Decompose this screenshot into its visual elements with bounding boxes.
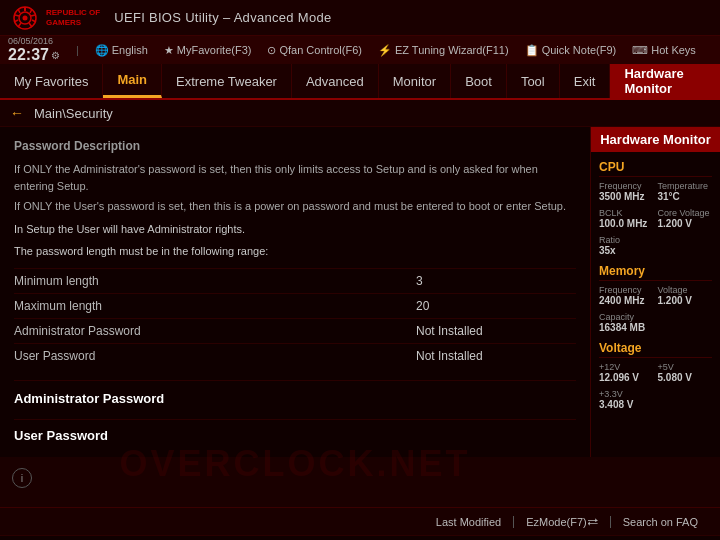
hw-mem-freq-label: Frequency — [599, 285, 654, 295]
hw-mem-volt-label: Voltage — [658, 285, 713, 295]
breadcrumb: ← Main\Security — [0, 100, 720, 127]
hw-mem-freq-value: 2400 MHz — [599, 295, 654, 306]
admin-pw-label-row: Administrator Password — [14, 324, 416, 338]
hw-capacity-container: Capacity 16384 MB — [599, 312, 712, 333]
hw-v33-value: 3.408 V — [599, 399, 712, 410]
hw-cpu-freq-value: 3500 MHz — [599, 191, 654, 202]
time-settings-icon[interactable]: ⚙ — [51, 50, 60, 61]
hw-cpu-freq-label: Frequency — [599, 181, 654, 191]
table-row-min-length: Minimum length 3 — [14, 268, 576, 293]
svg-line-7 — [18, 23, 21, 27]
rog-brand-text: REPUBLIC OFGAMERS — [46, 8, 100, 27]
rog-logo-icon — [10, 5, 40, 31]
hw-v5-label: +5V — [658, 362, 713, 372]
hw-mem-freq-volt: Frequency 2400 MHz Voltage 1.200 V — [599, 285, 712, 306]
hw-ratio-value: 35x — [599, 245, 712, 256]
svg-line-8 — [30, 9, 32, 13]
ez-mode-button[interactable]: EzMode(F7)⮂ — [514, 516, 611, 528]
hw-mem-volt-container: Voltage 1.200 V — [658, 285, 713, 306]
user-pw-title: User Password — [14, 428, 108, 443]
qfan-button[interactable]: ⊙ Qfan Control(F6) — [267, 44, 362, 57]
hw-cpu-temp-label: Temperature — [658, 181, 713, 191]
toolbar-div-1: | — [76, 44, 79, 56]
section-title: Password Description — [14, 139, 576, 153]
hw-v12-label: +12V — [599, 362, 654, 372]
ez-tuning-label: EZ Tuning Wizard(F11) — [395, 44, 509, 56]
user-password-section[interactable]: User Password — [14, 419, 576, 451]
nav-boot[interactable]: Boot — [451, 64, 507, 98]
hw-bclk-value: 100.0 MHz — [599, 218, 654, 229]
language-icon: 🌐 — [95, 44, 109, 57]
svg-line-5 — [15, 15, 19, 16]
nav-exit[interactable]: Exit — [560, 64, 611, 98]
hw-v12-v5: +12V 12.096 V +5V 5.080 V — [599, 362, 712, 383]
min-length-label: Minimum length — [14, 274, 416, 288]
hw-capacity-value: 16384 MB — [599, 322, 712, 333]
content-area: Password Description If ONLY the Adminis… — [0, 127, 590, 457]
quick-note-button[interactable]: 📋 Quick Note(F9) — [525, 44, 617, 57]
hw-v12-value: 12.096 V — [599, 372, 654, 383]
hot-keys-button[interactable]: ⌨ Hot Keys — [632, 44, 696, 57]
hot-keys-label: Hot Keys — [651, 44, 696, 56]
datetime-display: 06/05/2016 22:37 ⚙ — [8, 36, 60, 64]
nav-advanced[interactable]: Advanced — [292, 64, 379, 98]
myfavorite-button[interactable]: ★ MyFavorite(F3) — [164, 44, 252, 57]
desc-2: If ONLY the User's password is set, then… — [14, 198, 576, 215]
hw-vcore-value: 1.200 V — [658, 218, 713, 229]
nav-menu: My Favorites Main Extreme Tweaker Advanc… — [0, 64, 720, 100]
quick-note-icon: 📋 — [525, 44, 539, 57]
hw-mem-volt-value: 1.200 V — [658, 295, 713, 306]
hw-v5-value: 5.080 V — [658, 372, 713, 383]
hardware-monitor-panel: Hardware Monitor CPU Frequency 3500 MHz … — [590, 127, 720, 457]
language-label: English — [112, 44, 148, 56]
nav-main[interactable]: Main — [103, 64, 162, 98]
nav-monitor[interactable]: Monitor — [379, 64, 451, 98]
ez-tuning-button[interactable]: ⚡ EZ Tuning Wizard(F11) — [378, 44, 509, 57]
hw-mem-freq-container: Frequency 2400 MHz — [599, 285, 654, 306]
qfan-icon: ⊙ — [267, 44, 276, 57]
min-length-value: 3 — [416, 274, 576, 288]
user-pw-label-row: User Password — [14, 349, 416, 363]
desc-3: In Setup the User will have Administrato… — [14, 221, 576, 238]
table-row-user-pw[interactable]: User Password Not Installed — [14, 343, 576, 368]
hw-memory-section: Memory — [599, 264, 712, 281]
main-layout: Password Description If ONLY the Adminis… — [0, 127, 720, 507]
hw-bclk-container: BCLK 100.0 MHz — [599, 208, 654, 229]
info-button[interactable]: i — [12, 468, 32, 488]
hw-v12-container: +12V 12.096 V — [599, 362, 654, 383]
hw-v33-container: +3.3V 3.408 V — [599, 389, 712, 410]
hw-cpu-freq-container: Frequency 3500 MHz — [599, 181, 654, 202]
toolbar: 06/05/2016 22:37 ⚙ | 🌐 English ★ MyFavor… — [0, 36, 720, 64]
myfavorite-label: MyFavorite(F3) — [177, 44, 252, 56]
language-selector[interactable]: 🌐 English — [95, 44, 148, 57]
hw-v5-container: +5V 5.080 V — [658, 362, 713, 383]
desc-4: The password length must be in the follo… — [14, 243, 576, 260]
table-row-admin-pw[interactable]: Administrator Password Not Installed — [14, 318, 576, 343]
desc-1: If ONLY the Administrator's password is … — [14, 161, 576, 194]
quick-note-label: Quick Note(F9) — [542, 44, 617, 56]
status-bar: Last Modified EzMode(F7)⮂ Search on FAQ — [0, 507, 720, 535]
settings-table: Minimum length 3 Maximum length 20 Admin… — [14, 268, 576, 368]
nav-extreme-tweaker[interactable]: Extreme Tweaker — [162, 64, 292, 98]
header-bar: REPUBLIC OFGAMERS UEFI BIOS Utility – Ad… — [0, 0, 720, 36]
admin-pw-value: Not Installed — [416, 324, 576, 338]
hw-vcore-label: Core Voltage — [658, 208, 713, 218]
max-length-value: 20 — [416, 299, 576, 313]
hw-v33-label: +3.3V — [599, 389, 712, 399]
last-modified-button[interactable]: Last Modified — [424, 516, 514, 528]
hw-ratio-label: Ratio — [599, 235, 712, 245]
myfavorite-icon: ★ — [164, 44, 174, 57]
rog-logo: REPUBLIC OFGAMERS — [10, 5, 100, 31]
hw-cpu-section: CPU — [599, 160, 712, 177]
search-faq-button[interactable]: Search on FAQ — [611, 516, 710, 528]
nav-tool[interactable]: Tool — [507, 64, 560, 98]
hw-bclk-label: BCLK — [599, 208, 654, 218]
svg-line-4 — [18, 9, 20, 13]
hw-ratio-container: Ratio 35x — [599, 235, 712, 256]
nav-hardware-monitor[interactable]: Hardware Monitor — [610, 64, 720, 98]
hw-vcore-container: Core Voltage 1.200 V — [658, 208, 713, 229]
back-arrow[interactable]: ← — [10, 105, 24, 121]
hw-cpu-bclk-vcore: BCLK 100.0 MHz Core Voltage 1.200 V — [599, 208, 712, 229]
nav-my-favorites[interactable]: My Favorites — [0, 64, 103, 98]
admin-password-section[interactable]: Administrator Password — [14, 380, 576, 415]
